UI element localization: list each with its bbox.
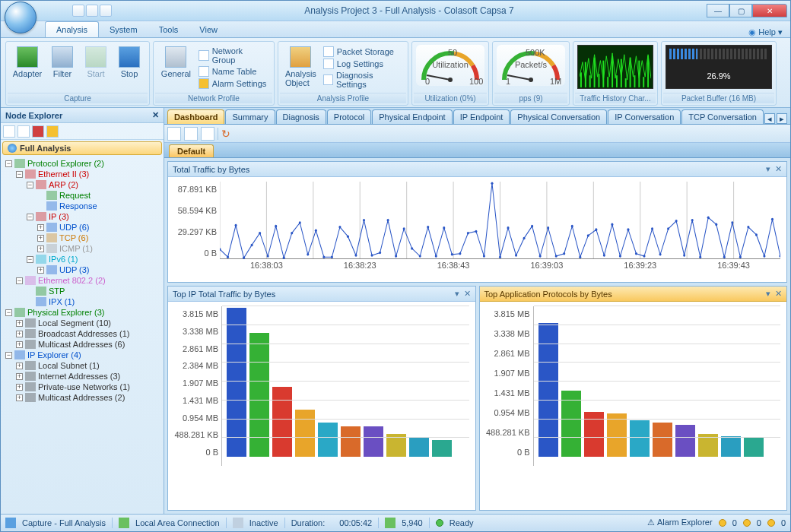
network-group-button[interactable]: Network Group (199, 46, 268, 65)
bar (432, 440, 452, 457)
node-tree[interactable]: −Protocol Explorer (2)−Ethernet II (3)−A… (1, 157, 164, 514)
svg-point-89 (595, 228, 597, 231)
tree-node[interactable]: +Internet Addresses (3) (2, 371, 164, 382)
tree-node[interactable]: +Broadcast Addresses (1) (2, 328, 164, 339)
view-tab[interactable]: Physical Endpoint (372, 109, 452, 124)
tree-node[interactable]: +Local Segment (10) (2, 318, 164, 328)
tree-node[interactable]: −Ethernet 802.2 (2) (2, 275, 164, 286)
alarm-settings-button[interactable]: Alarm Settings (199, 78, 268, 89)
tree-node[interactable]: +Private-use Networks (1) (2, 382, 164, 392)
svg-text:1M: 1M (550, 77, 561, 86)
view-tab[interactable]: Summary (225, 109, 275, 124)
qat-save-icon[interactable] (100, 5, 112, 17)
svg-point-82 (539, 255, 542, 258)
tree-node[interactable]: +UDP (3) (2, 264, 164, 275)
analysis-object-button[interactable]: Analysis Object (281, 45, 320, 89)
panel-menu-icon[interactable]: ▾ (455, 289, 459, 299)
maximize-button[interactable]: ▢ (729, 4, 752, 17)
view-tab[interactable]: Dashboard (167, 109, 224, 124)
svg-point-55 (322, 255, 325, 258)
tree-node[interactable]: −ARP (2) (2, 179, 164, 190)
log-settings-button[interactable]: Log Settings (323, 59, 402, 69)
refresh-icon[interactable]: ↻ (221, 128, 230, 140)
svg-point-80 (523, 237, 526, 240)
view-tab[interactable]: IP Conversation (608, 109, 681, 124)
bar (295, 410, 315, 457)
sb-tool-4-icon[interactable] (46, 125, 59, 138)
close-button[interactable]: ✕ (752, 4, 787, 17)
tree-node[interactable]: +Multicast Addresses (2) (2, 392, 164, 403)
statusbar: Capture - Full Analysis Local Area Conne… (1, 514, 790, 530)
tree-node[interactable]: −Protocol Explorer (2) (2, 158, 164, 169)
tab-tools[interactable]: Tools (148, 22, 189, 37)
tree-node[interactable]: +Multicast Addresses (6) (2, 339, 164, 350)
tab-scroll-right-icon[interactable]: ▸ (777, 113, 787, 124)
general-button[interactable]: General (157, 45, 195, 80)
sb-tool-1-icon[interactable] (3, 125, 15, 138)
tree-node[interactable]: STP (2, 286, 164, 296)
adapter-icon (17, 46, 38, 68)
qat-new-icon[interactable] (72, 5, 84, 17)
svg-point-105 (723, 255, 726, 258)
start-button[interactable]: Start (79, 45, 113, 80)
view-tab[interactable]: Physical Conversation (510, 109, 607, 124)
svg-point-86 (571, 225, 573, 228)
tree-node[interactable]: Response (2, 201, 164, 211)
diagnosis-settings-button[interactable]: Diagnosis Settings (323, 71, 402, 89)
minimize-button[interactable]: — (707, 4, 729, 17)
tree-node[interactable]: −Ethernet II (3) (2, 169, 164, 179)
tree-node[interactable]: Request (2, 190, 164, 201)
panel-close-icon[interactable]: ✕ (775, 289, 782, 299)
sidebar-close-icon[interactable]: ✕ (152, 110, 159, 120)
view-tab[interactable]: Protocol (327, 109, 371, 124)
filter-button[interactable]: Filter (46, 45, 79, 80)
tree-node[interactable]: +TCP (6) (2, 233, 164, 243)
dash-tool-2-icon[interactable] (184, 127, 198, 141)
alarm-explorer-button[interactable]: ⚠ Alarm Explorer (647, 518, 712, 527)
tree-node[interactable]: +ICMP (1) (2, 243, 164, 254)
packet-buffer-display[interactable]: 26.9% (666, 45, 772, 89)
analysis-object-icon (290, 46, 311, 68)
sb-tool-3-icon[interactable] (32, 125, 44, 138)
svg-text:0: 0 (425, 77, 430, 86)
dash-tool-1-icon[interactable] (167, 127, 181, 141)
tree-node[interactable]: −Physical Explorer (3) (2, 307, 164, 318)
stop-button[interactable]: Stop (113, 45, 146, 80)
full-analysis-root[interactable]: Full Analysis (2, 141, 162, 155)
tab-scroll-left-icon[interactable]: ◂ (764, 113, 775, 124)
qat-open-icon[interactable] (86, 5, 98, 17)
svg-point-56 (331, 255, 333, 258)
panel-menu-icon[interactable]: ▾ (766, 289, 770, 299)
dash-tool-3-icon[interactable] (201, 127, 214, 141)
tab-system[interactable]: System (99, 22, 148, 37)
panel-menu-icon[interactable]: ▾ (766, 164, 770, 174)
general-icon (165, 46, 186, 68)
tree-node[interactable]: +Local Subnet (1) (2, 360, 164, 371)
tree-node[interactable]: −IPv6 (1) (2, 254, 164, 264)
bar (561, 391, 581, 457)
tab-analysis[interactable]: Analysis (45, 21, 99, 37)
packet-storage-button[interactable]: Packet Storage (323, 46, 402, 57)
traffic-history-sparkline[interactable] (577, 45, 653, 89)
panel-close-icon[interactable]: ✕ (464, 289, 471, 299)
tree-node[interactable]: IPX (1) (2, 296, 164, 307)
dashboard-tab-default[interactable]: Default (169, 144, 214, 157)
svg-point-88 (587, 234, 589, 237)
bar (364, 426, 383, 457)
panel-close-icon[interactable]: ✕ (775, 164, 782, 174)
chart-top-proto: 3.815 MB3.338 MB2.861 MB1.907 MB1.431 MB… (483, 306, 781, 466)
name-table-button[interactable]: Name Table (199, 66, 268, 77)
tree-node[interactable]: +UDP (6) (2, 222, 164, 233)
tree-node[interactable]: −IP (3) (2, 211, 164, 222)
tree-node[interactable]: −IP Explorer (4) (2, 350, 164, 360)
adapter-button[interactable]: Adapter (9, 45, 46, 80)
sb-tool-2-icon[interactable] (17, 125, 30, 138)
view-tab[interactable]: TCP Conversation (681, 109, 764, 124)
tab-view[interactable]: View (189, 22, 228, 37)
view-tab[interactable]: Diagnosis (276, 109, 326, 124)
chart-top-ip: 3.815 MB3.338 MB2.861 MB2.384 MB1.907 MB… (171, 306, 469, 466)
help-button[interactable]: ◉ Help ▾ (748, 27, 783, 37)
app-orb-button[interactable] (5, 2, 37, 33)
view-tab[interactable]: IP Endpoint (453, 109, 510, 124)
log-icon (323, 59, 334, 69)
